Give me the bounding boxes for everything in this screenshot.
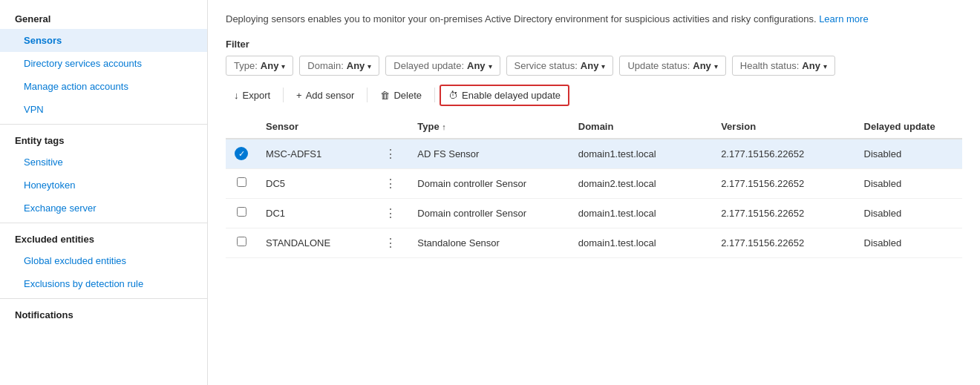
chevron-down-icon [823,60,827,71]
filter-section-label: Filter [226,39,962,50]
table-row[interactable]: ✓MSC-ADFS1⋮AD FS Sensordomain1.test.loca… [226,139,962,169]
sidebar-item-exclusions-by-detection-rule[interactable]: Exclusions by detection rule [0,272,207,295]
type-header[interactable]: Type ↑ [408,115,569,139]
sidebar-item-sensors[interactable]: Sensors [0,29,207,52]
sensor-version-cell: 2.177.15156.22652 [712,228,855,257]
checkbox-header [226,115,257,139]
filter-bar: Type: AnyDomain: AnyDelayed update: AnyS… [226,56,962,76]
sensor-type-cell: Domain controller Sensor [408,198,569,228]
row-menu-cell[interactable]: ⋮ [373,228,408,257]
sensor-delayed-update-cell: Disabled [855,198,962,228]
add-icon: + [296,90,302,101]
sidebar-divider [0,298,207,299]
delete-button[interactable]: 🗑Delete [372,85,430,105]
sensors-table-container: Sensor Type ↑ Domain Version Delayed upd… [226,115,962,258]
table-body: ✓MSC-ADFS1⋮AD FS Sensordomain1.test.loca… [226,139,962,258]
toolbar-btn-label: Enable delayed update [462,90,561,101]
row-checkbox-cell[interactable] [226,168,257,198]
sensor-delayed-update-cell: Disabled [855,139,962,169]
sensor-type-cell: AD FS Sensor [408,139,569,169]
row-context-menu-icon[interactable]: ⋮ [382,235,399,251]
row-context-menu-icon[interactable]: ⋮ [382,146,399,162]
domain-filter[interactable]: Domain: Any [299,56,379,76]
sidebar-item-manage-action-accounts[interactable]: Manage action accounts [0,75,207,98]
service-status-filter[interactable]: Service status: Any [506,56,614,76]
sidebar-item-exchange-server[interactable]: Exchange server [0,197,207,220]
delete-icon: 🗑 [380,90,390,101]
sensors-table: Sensor Type ↑ Domain Version Delayed upd… [226,115,962,258]
sensor-version-cell: 2.177.15156.22652 [712,168,855,198]
sensor-delayed-update-cell: Disabled [855,168,962,198]
delayed-update-header[interactable]: Delayed update [855,115,962,139]
row-checkbox[interactable] [237,207,246,217]
row-checkbox-cell[interactable] [226,198,257,228]
sensor-name-cell: DC5 [257,168,373,198]
export-button[interactable]: ↓Export [226,85,278,105]
row-checkbox-cell[interactable] [226,228,257,257]
version-header[interactable]: Version [712,115,855,139]
sensor-domain-cell: domain1.test.local [569,139,712,169]
sidebar-item-directory-services-accounts[interactable]: Directory services accounts [0,52,207,75]
menu-header [373,115,408,139]
clock-icon: ⏱ [448,90,458,101]
toolbar-btn-label: Delete [393,90,422,101]
sidebar-item-honeytoken[interactable]: Honeytoken [0,174,207,197]
row-checkbox-cell[interactable]: ✓ [226,139,257,169]
table-row[interactable]: STANDALONE⋮Standalone Sensordomain1.test… [226,228,962,257]
sensor-type-cell: Standalone Sensor [408,228,569,257]
sort-arrow-icon: ↑ [442,122,446,131]
row-checkbox[interactable] [237,177,246,187]
sensor-name-cell: DC1 [257,198,373,228]
sidebar-item-global-excluded-entities[interactable]: Global excluded entities [0,249,207,272]
sidebar: GeneralSensorsDirectory services account… [0,0,208,385]
sensor-name-cell: STANDALONE [257,228,373,257]
sensor-type-cell: Domain controller Sensor [408,168,569,198]
toolbar: ↓Export+Add sensor🗑Delete⏱Enable delayed… [226,85,962,106]
sidebar-item-sensitive[interactable]: Sensitive [0,151,207,174]
toolbar-divider [434,88,435,102]
chevron-down-icon [489,60,492,71]
info-banner: Deploying sensors enables you to monitor… [226,12,962,27]
sensor-domain-cell: domain1.test.local [569,198,712,228]
sidebar-section-title: Entity tags [0,128,207,151]
add-sensor-button[interactable]: +Add sensor [288,85,362,105]
domain-header[interactable]: Domain [569,115,712,139]
row-menu-cell[interactable]: ⋮ [373,168,408,198]
table-row[interactable]: DC5⋮Domain controller Sensordomain2.test… [226,168,962,198]
sensor-name-cell: MSC-ADFS1 [257,139,373,169]
chevron-down-icon [368,60,371,71]
type-filter[interactable]: Type: Any [226,56,293,76]
chevron-down-icon [601,60,605,71]
chevron-down-icon [281,60,285,71]
sensor-domain-cell: domain2.test.local [569,168,712,198]
health-status-filter[interactable]: Health status: Any [732,56,835,76]
table-row[interactable]: DC1⋮Domain controller Sensordomain1.test… [226,198,962,228]
row-menu-cell[interactable]: ⋮ [373,139,408,169]
table-header: Sensor Type ↑ Domain Version Delayed upd… [226,115,962,139]
learn-more-link[interactable]: Learn more [819,13,868,24]
sidebar-item-vpn[interactable]: VPN [0,98,207,121]
row-context-menu-icon[interactable]: ⋮ [382,205,399,221]
sidebar-divider [0,124,207,125]
sensor-domain-cell: domain1.test.local [569,228,712,257]
sidebar-section-title: Excluded entities [0,226,207,249]
selected-check-icon: ✓ [235,147,248,160]
row-menu-cell[interactable]: ⋮ [373,198,408,228]
sidebar-section-title: General [0,6,207,29]
sensor-version-cell: 2.177.15156.22652 [712,198,855,228]
row-context-menu-icon[interactable]: ⋮ [382,176,399,191]
toolbar-btn-label: Add sensor [306,90,355,101]
update-status-filter[interactable]: Update status: Any [619,56,725,76]
sensor-version-cell: 2.177.15156.22652 [712,139,855,169]
row-checkbox[interactable] [237,237,246,246]
chevron-down-icon [714,60,718,71]
sensor-delayed-update-cell: Disabled [855,228,962,257]
sidebar-divider [0,223,207,223]
toolbar-divider [283,88,284,102]
sidebar-section-title: Notifications [0,302,207,325]
export-icon: ↓ [234,90,239,101]
delayed-update-filter[interactable]: Delayed update: Any [385,56,500,76]
toolbar-divider [367,88,368,102]
enable-delayed-update-button[interactable]: ⏱Enable delayed update [440,85,569,106]
sensor-header[interactable]: Sensor [257,115,373,139]
